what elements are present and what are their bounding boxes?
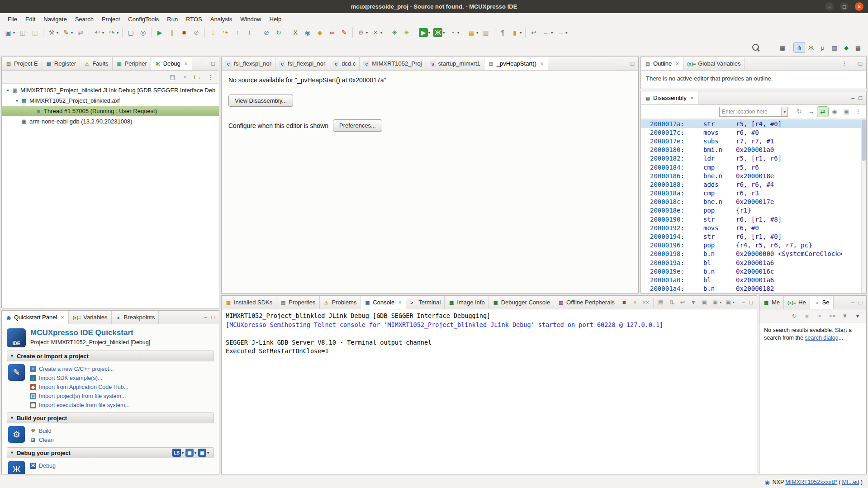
pin-search-icon[interactable]: ▼ — [840, 311, 850, 321]
menu-item[interactable]: ConfigTools — [124, 13, 163, 25]
view-disassembly-button[interactable]: View Disassembly... — [228, 95, 293, 107]
periodic-refresh-icon[interactable]: ✳ — [401, 27, 413, 38]
toolbar-separator[interactable] — [463, 28, 463, 38]
step-over-icon[interactable]: ↷ — [219, 27, 231, 38]
instruction-stepping-mode-icon[interactable]: i→ — [192, 72, 203, 82]
pin-console-icon[interactable]: ▼ — [688, 298, 699, 308]
tab-debug[interactable]: Ж Debug × — [151, 57, 192, 70]
step-into-icon[interactable]: ↓ — [207, 27, 219, 38]
pins-perspective-icon[interactable]: ▥ — [829, 43, 840, 52]
link-with-debug-icon[interactable]: ⇄ — [817, 107, 828, 117]
disassembly-line[interactable]: 2000017c: movs r6, #0 — [641, 128, 866, 137]
search-file-icon[interactable]: ◎ — [137, 27, 149, 38]
restart-icon[interactable]: ↻ — [273, 27, 285, 38]
disassembly-line[interactable]: 200001a0: bl 0x200001a6 — [641, 275, 866, 284]
toolbar-separator[interactable] — [494, 28, 494, 38]
disassembly-line[interactable]: 2000017a: str r5, [r4, #0] — [641, 119, 866, 128]
tab-close-icon[interactable]: × — [60, 314, 65, 321]
library-perspective-icon[interactable]: μ — [817, 43, 828, 52]
disassembly-line[interactable]: 20000188: adds r6, r6, #4 — [641, 180, 866, 189]
maximize-icon[interactable]: □ — [749, 299, 753, 306]
tab-quickstart-panel[interactable]: ◉ Quickstart Panel × — [2, 311, 69, 324]
toolbar-separator[interactable] — [89, 28, 89, 38]
open-console-icon[interactable]: ▣ ▾ — [723, 298, 736, 308]
import-app-code-hub-link[interactable]: ◆ Import from Application Code Hub... — [30, 383, 130, 391]
perspective-separator[interactable] — [791, 43, 791, 52]
undo-icon[interactable]: ↶ ▾ — [91, 27, 105, 38]
link-icon[interactable]: ∞ — [326, 27, 338, 38]
tab-fsl-flexspi-nor-1[interactable]: c fsl_flexspi_nor — [222, 57, 275, 70]
search-icon[interactable] — [752, 43, 760, 52]
build-icon[interactable]: ⚒ ▾ — [46, 27, 60, 38]
disassembly-line[interactable]: 2000018e: pop {r1} — [641, 206, 866, 215]
word-wrap-icon[interactable]: ↩ — [677, 298, 688, 308]
search-history-icon[interactable]: ▾ — [852, 311, 863, 321]
display-selected-console-icon[interactable]: ▣ ▾ — [710, 298, 723, 308]
external-tools-icon[interactable]: ⚙ ▾ — [355, 27, 369, 38]
menu-item[interactable]: Search — [71, 13, 98, 25]
live-update-icon[interactable]: ✳ — [389, 27, 400, 38]
export-icon[interactable]: X — [289, 27, 301, 38]
toolbar-separator[interactable] — [415, 28, 415, 38]
menu-item[interactable]: Navigate — [39, 13, 71, 25]
tab-terminal[interactable]: >_ Terminal — [406, 296, 445, 309]
disassembly-line[interactable]: 2000018a: cmp r6, r3 — [641, 189, 866, 198]
tab-variables[interactable]: (x)= Variables — [69, 311, 111, 324]
show-whitespace-icon[interactable]: ¶ — [497, 27, 508, 38]
import-sdk-examples-link[interactable]: ↓ Import SDK example(s)... — [30, 374, 130, 382]
maximize-icon[interactable]: □ — [859, 60, 862, 67]
tab-mimxrt1052-proj[interactable]: c MIMXRT1052_Proj — [360, 57, 426, 70]
maximize-icon[interactable]: □ — [859, 95, 862, 101]
tab-dcd-c[interactable]: c dcd.c — [329, 57, 360, 70]
save-all-icon[interactable]: ◫ — [29, 27, 41, 38]
step-return-icon[interactable]: ↑ — [232, 27, 243, 38]
instruction-stepping-icon[interactable]: i — [244, 27, 256, 38]
terminate-icon[interactable]: ■ — [178, 27, 190, 38]
maximize-icon[interactable]: □ — [631, 60, 634, 67]
remove-all-terminated-icon[interactable]: × — [180, 72, 190, 82]
menu-item[interactable]: File — [4, 13, 21, 25]
open-perspective-icon[interactable]: ▦ — [777, 43, 788, 52]
tab-startup-mimxrt1[interactable]: s startup_mimxrt1 — [426, 57, 484, 70]
create-section-header[interactable]: ▼ Create or import a project — [7, 351, 214, 361]
suspend-icon[interactable]: ∥ — [166, 27, 178, 38]
menu-item[interactable]: RTOS — [182, 13, 206, 25]
remove-result-icon[interactable]: × — [814, 311, 825, 321]
disassembly-line[interactable]: 20000190: str r6, [r1, #8] — [641, 215, 866, 223]
tab-close-icon[interactable]: × — [398, 299, 402, 306]
minimize-icon[interactable]: – — [851, 299, 854, 306]
jlink-selector[interactable]: ▦ ▾ — [185, 449, 198, 457]
tab-project-explorer[interactable]: ▤ Project E — [2, 57, 42, 70]
create-new-project-link[interactable]: + Create a new C/C++ project... — [30, 365, 130, 373]
heap-monitor-icon[interactable]: ▥ — [480, 27, 492, 38]
redo-icon[interactable]: ↷ ▾ — [106, 27, 120, 38]
tab-debugger-console[interactable]: ▣ Debugger Console — [489, 296, 554, 309]
expander-icon[interactable]: ▾ — [14, 99, 20, 103]
develop-perspective-icon[interactable]: ⋔ — [794, 43, 805, 52]
menu-item[interactable]: Edit — [21, 13, 39, 25]
tab-outline[interactable]: ▤ Outline × — [641, 57, 683, 70]
minimize-icon[interactable]: – — [742, 299, 745, 306]
menu-item[interactable]: Project — [98, 13, 124, 25]
pemicro-selector[interactable]: ▣ ▾ — [198, 449, 211, 457]
preferences-button[interactable]: Preferences... — [333, 119, 382, 132]
tab-close-icon[interactable]: × — [690, 95, 694, 101]
tab-global-variables[interactable]: (x)= Global Variables — [683, 57, 745, 70]
profile-icon[interactable]: ◔ ▾ — [446, 27, 460, 38]
remote-terminal-icon[interactable]: ▢ — [125, 27, 137, 38]
console-toolbar-separator[interactable] — [653, 298, 654, 308]
scrollbar-thumb[interactable] — [862, 119, 866, 161]
tab-register[interactable]: ▦ Register — [42, 57, 80, 70]
clean-link[interactable]: ◪ Clean — [30, 436, 54, 444]
award-icon[interactable]: ◆ — [314, 27, 326, 38]
window-maximize-icon[interactable]: □ — [840, 2, 849, 11]
build-section-header[interactable]: ▼ Build your project — [7, 412, 214, 423]
import-executable-link[interactable]: ▦ Import executable from file system... — [30, 401, 130, 409]
disassembly-line[interactable]: 20000198: b.n 0x20000000 <SystemCoreCloc… — [641, 250, 866, 258]
minimize-icon[interactable]: – — [851, 95, 854, 101]
copy-icon[interactable]: ▣ — [841, 107, 852, 117]
disassembly-line[interactable]: 200001a4: b.n 0x20000182 — [641, 284, 866, 293]
disassembly-line[interactable]: 2000018c: bne.n 0x2000017e — [641, 198, 866, 206]
remove-all-launches-icon[interactable]: ×× — [640, 298, 651, 308]
toolbar-separator[interactable] — [151, 28, 152, 38]
